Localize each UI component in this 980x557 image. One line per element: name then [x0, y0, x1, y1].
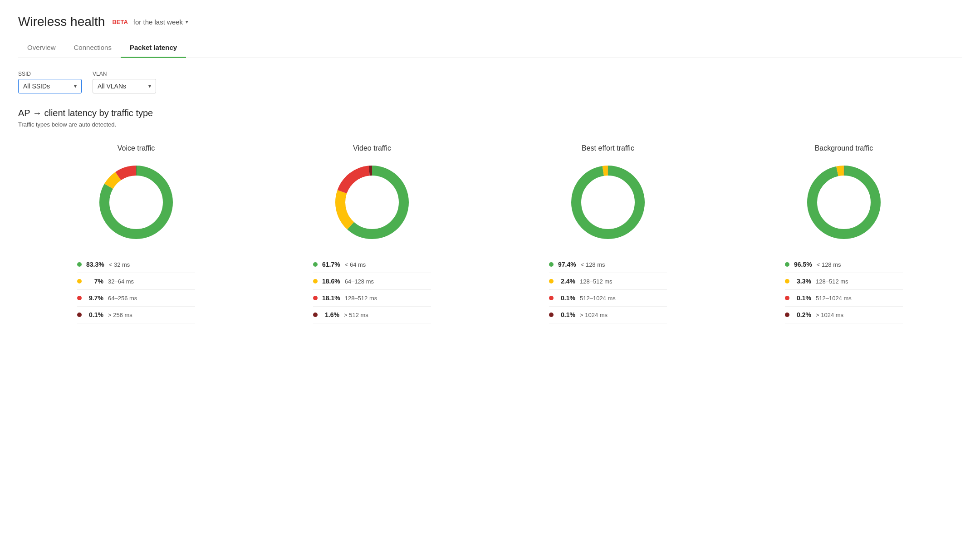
section-title: AP → client latency by traffic type	[18, 108, 962, 118]
legend-dot-background-0	[785, 262, 789, 267]
legend-row-best-effort-0: 97.4%< 128 ms	[549, 256, 667, 273]
tab-connections[interactable]: Connections	[65, 38, 121, 58]
legend-background: 96.5%< 128 ms3.3%128–512 ms0.1%512–1024 …	[785, 256, 903, 323]
legend-row-video-3: 1.6%> 512 ms	[313, 307, 431, 323]
legend-dot-video-3	[313, 313, 318, 317]
legend-pct-voice-3: 0.1%	[86, 311, 103, 318]
legend-pct-best-effort-0: 97.4%	[558, 261, 576, 268]
legend-pct-best-effort-2: 0.1%	[558, 294, 575, 302]
legend-dot-voice-3	[77, 313, 82, 317]
svg-point-16	[812, 171, 876, 234]
donut-best-effort	[567, 161, 649, 243]
legend-range-background-2: 512–1024 ms	[816, 295, 852, 302]
chart-card-voice: Voice traffic83.3%< 32 ms7%32–64 ms9.7%6…	[18, 144, 254, 323]
ssid-select[interactable]: All SSIDs ▾	[18, 79, 82, 93]
legend-range-video-3: > 512 ms	[344, 312, 368, 318]
legend-dot-video-2	[313, 296, 318, 300]
legend-row-background-3: 0.2%> 1024 ms	[785, 307, 903, 323]
legend-pct-best-effort-1: 2.4%	[558, 278, 575, 285]
charts-row: Voice traffic83.3%< 32 ms7%32–64 ms9.7%6…	[18, 144, 962, 323]
legend-row-background-2: 0.1%512–1024 ms	[785, 290, 903, 307]
legend-pct-background-2: 0.1%	[794, 294, 811, 302]
time-selector[interactable]: for the last week ▾	[133, 18, 188, 26]
legend-dot-best-effort-1	[549, 279, 554, 283]
legend-pct-background-3: 0.2%	[794, 311, 811, 318]
tab-overview[interactable]: Overview	[18, 38, 65, 58]
legend-row-voice-1: 7%32–64 ms	[77, 273, 195, 290]
section-subtitle: Traffic types below are auto detected.	[18, 121, 962, 128]
legend-range-voice-0: < 32 ms	[109, 261, 130, 268]
ssid-value: All SSIDs	[23, 83, 50, 90]
legend-voice: 83.3%< 32 ms7%32–64 ms9.7%64–256 ms0.1%>…	[77, 256, 195, 323]
legend-row-video-0: 61.7%< 64 ms	[313, 256, 431, 273]
legend-range-voice-2: 64–256 ms	[108, 295, 137, 302]
legend-range-background-0: < 128 ms	[817, 261, 841, 268]
chart-title-best-effort: Best effort traffic	[582, 144, 634, 152]
page-header: Wireless health BETA for the last week ▾	[18, 15, 962, 29]
legend-dot-voice-1	[77, 279, 82, 283]
chart-title-video: Video traffic	[353, 144, 391, 152]
vlan-label: VLAN	[93, 71, 156, 77]
legend-range-voice-1: 32–64 ms	[108, 278, 134, 285]
legend-row-video-1: 18.6%64–128 ms	[313, 273, 431, 290]
legend-row-voice-3: 0.1%> 256 ms	[77, 307, 195, 323]
legend-row-video-2: 18.1%128–512 ms	[313, 290, 431, 307]
vlan-select[interactable]: All VLANs ▾	[93, 79, 156, 93]
legend-dot-best-effort-0	[549, 262, 554, 267]
legend-row-voice-2: 9.7%64–256 ms	[77, 290, 195, 307]
legend-pct-video-1: 18.6%	[322, 278, 340, 285]
vlan-arrow: ▾	[148, 83, 151, 89]
tab-bar: Overview Connections Packet latency	[18, 38, 962, 58]
legend-dot-voice-2	[77, 296, 82, 300]
legend-range-background-3: > 1024 ms	[816, 312, 843, 318]
legend-dot-background-3	[785, 313, 789, 317]
legend-video: 61.7%< 64 ms18.6%64–128 ms18.1%128–512 m…	[313, 256, 431, 323]
legend-row-background-1: 3.3%128–512 ms	[785, 273, 903, 290]
legend-pct-voice-2: 9.7%	[86, 294, 103, 302]
legend-row-voice-0: 83.3%< 32 ms	[77, 256, 195, 273]
legend-row-best-effort-1: 2.4%128–512 ms	[549, 273, 667, 290]
time-label: for the last week	[133, 18, 183, 26]
vlan-value: All VLANs	[98, 83, 126, 90]
vlan-filter-group: VLAN All VLANs ▾	[93, 71, 156, 93]
legend-dot-video-0	[313, 262, 318, 267]
ssid-label: SSID	[18, 71, 82, 77]
donut-voice	[95, 161, 177, 243]
legend-pct-video-2: 18.1%	[322, 294, 340, 302]
legend-range-best-effort-0: < 128 ms	[581, 261, 605, 268]
legend-range-best-effort-1: 128–512 ms	[580, 278, 612, 285]
chart-title-background: Background traffic	[815, 144, 873, 152]
legend-row-background-0: 96.5%< 128 ms	[785, 256, 903, 273]
chart-title-voice: Voice traffic	[118, 144, 155, 152]
legend-range-video-1: 64–128 ms	[345, 278, 374, 285]
legend-range-best-effort-2: 512–1024 ms	[580, 295, 616, 302]
beta-badge: BETA	[112, 19, 127, 25]
chart-card-background: Background traffic96.5%< 128 ms3.3%128–5…	[726, 144, 962, 323]
svg-point-11	[576, 171, 640, 234]
legend-best-effort: 97.4%< 128 ms2.4%128–512 ms0.1%512–1024 …	[549, 256, 667, 323]
donut-background	[803, 161, 885, 243]
legend-pct-voice-1: 7%	[86, 278, 103, 285]
tab-packet-latency[interactable]: Packet latency	[121, 38, 186, 58]
donut-video	[331, 161, 413, 243]
legend-dot-best-effort-3	[549, 313, 554, 317]
legend-range-voice-3: > 256 ms	[108, 312, 132, 318]
legend-dot-voice-0	[77, 262, 82, 267]
legend-dot-background-1	[785, 279, 789, 283]
chart-card-video: Video traffic61.7%< 64 ms18.6%64–128 ms1…	[254, 144, 490, 323]
legend-row-best-effort-2: 0.1%512–1024 ms	[549, 290, 667, 307]
legend-pct-voice-0: 83.3%	[86, 261, 104, 268]
ssid-arrow: ▾	[74, 83, 77, 89]
legend-pct-video-3: 1.6%	[322, 311, 339, 318]
legend-pct-best-effort-3: 0.1%	[558, 311, 575, 318]
legend-pct-video-0: 61.7%	[322, 261, 340, 268]
legend-dot-video-1	[313, 279, 318, 283]
legend-row-best-effort-3: 0.1%> 1024 ms	[549, 307, 667, 323]
filters: SSID All SSIDs ▾ VLAN All VLANs ▾	[18, 71, 962, 93]
legend-range-best-effort-3: > 1024 ms	[580, 312, 608, 318]
time-dropdown-arrow: ▾	[186, 19, 188, 25]
ssid-filter-group: SSID All SSIDs ▾	[18, 71, 82, 93]
legend-dot-background-2	[785, 296, 789, 300]
legend-range-video-2: 128–512 ms	[345, 295, 377, 302]
chart-card-best-effort: Best effort traffic97.4%< 128 ms2.4%128–…	[490, 144, 726, 323]
